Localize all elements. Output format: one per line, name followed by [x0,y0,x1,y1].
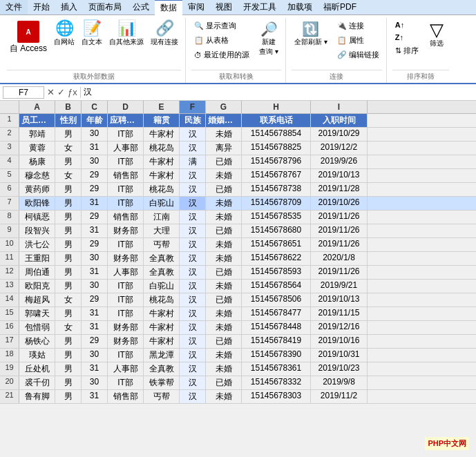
cell[interactable]: 29 [82,238,108,251]
cell[interactable]: 31 [82,224,108,237]
cell[interactable]: 2019/11/26 [311,266,368,279]
cell[interactable]: 已婚 [206,155,242,168]
table-row[interactable]: 16包惜弱女31财务部牛家村汉未婚151456784482019/12/16 [0,321,476,335]
header-gender[interactable]: 性别 [55,114,82,127]
col-header-d[interactable]: D [108,101,144,113]
cell[interactable]: 牛家村 [144,128,180,141]
cell[interactable]: 2019/11/15 [311,307,368,320]
cell[interactable]: 未婚 [206,280,242,293]
btn-text[interactable]: 📝 自文本 [79,19,105,48]
cell[interactable]: 牛家村 [144,169,180,182]
cell[interactable]: 女 [55,293,82,307]
cell[interactable]: 31 [82,321,108,334]
cell[interactable]: 汉 [180,224,206,237]
cell[interactable]: 男 [55,128,82,141]
cell[interactable]: 财务部 [108,252,144,265]
cell[interactable]: 已婚 [206,183,242,196]
btn-connect[interactable]: 🔌 连接 [334,19,382,32]
cell[interactable]: 15145678796 [242,155,311,168]
cell[interactable]: 欧阳锋 [19,197,55,210]
col-header-c[interactable]: C [82,101,108,113]
cell[interactable]: 黄药师 [19,183,55,196]
btn-refresh-all[interactable]: 🔃 全部刷新 ▾ [292,19,330,48]
menu-start[interactable]: 开始 [28,0,55,14]
cell[interactable]: 31 [82,142,108,155]
table-row[interactable]: 6黄药师男29IT部桃花岛汉已婚151456787382019/11/28 [0,183,476,197]
col-header-g[interactable]: G [206,101,242,113]
cell[interactable]: 2019/11/2 [311,390,368,403]
cell[interactable]: 牛家村 [144,335,180,348]
cell[interactable]: 柯镇恶 [19,211,55,224]
cell[interactable]: 未婚 [206,128,242,141]
cell[interactable]: 财务部 [108,335,144,348]
cell[interactable]: 15145678390 [242,349,311,362]
cell[interactable]: 31 [82,307,108,320]
btn-sort[interactable]: ⇅ 排序 [392,44,421,57]
cell[interactable]: 男 [55,183,82,196]
cell[interactable]: 男 [55,155,82,168]
cell[interactable]: 裘千仞 [19,376,55,389]
cell[interactable]: IT部 [108,280,144,293]
cell[interactable]: IT部 [108,155,144,168]
cell[interactable]: 郭靖 [19,128,55,141]
table-row[interactable]: 4杨康男30IT部牛家村满已婚151456787962019/9/26 [0,155,476,169]
cell[interactable]: 女 [55,321,82,334]
menu-insert[interactable]: 插入 [55,0,83,14]
table-row[interactable]: 3黄蓉女31人事部桃花岛汉离异151456788252019/12/2 [0,142,476,155]
cell[interactable]: 男 [55,307,82,320]
function-icon[interactable]: ƒx [68,87,77,97]
cell[interactable]: 2019/10/13 [311,293,368,307]
cell[interactable]: 男 [55,390,82,403]
cell[interactable]: 王重阳 [19,252,55,265]
cell[interactable]: 未婚 [206,390,242,403]
cell[interactable]: 29 [82,293,108,307]
cell[interactable]: 全真教 [144,362,180,376]
btn-edit-links[interactable]: 🔗 编辑链接 [334,48,382,61]
cell[interactable]: 桃花岛 [144,183,180,196]
cell[interactable]: 汉 [180,280,206,293]
cell[interactable]: 未婚 [206,321,242,334]
table-row[interactable]: 7欧阳锋男31IT部白驼山汉未婚151456787092019/10/26 [0,197,476,211]
cell[interactable]: 人事部 [108,362,144,376]
table-row[interactable]: 12周伯通男31人事部全真教汉已婚151456785932019/11/26 [0,266,476,280]
cell[interactable]: 离异 [206,142,242,155]
btn-props[interactable]: 📋 属性 [334,34,382,47]
cancel-icon[interactable]: ✕ [47,87,55,97]
cell[interactable]: 汉 [180,238,206,251]
menu-review[interactable]: 审阅 [182,0,210,14]
cell[interactable]: 未婚 [206,211,242,224]
btn-other[interactable]: 📊 自其他来源 [106,19,146,48]
cell[interactable]: 包惜弱 [19,321,55,334]
cell[interactable]: 31 [82,362,108,376]
cell[interactable]: IT部 [108,307,144,320]
cell[interactable]: 周伯通 [19,266,55,279]
cell[interactable]: 江南 [144,211,180,224]
cell[interactable]: 30 [82,280,108,293]
cell[interactable]: 30 [82,155,108,168]
cell[interactable]: 男 [55,362,82,376]
cell[interactable]: 2019/10/26 [311,197,368,210]
col-header-a[interactable]: A [19,101,55,113]
cell[interactable]: 2019/9/21 [311,280,368,293]
table-row[interactable]: 11王重阳男30财务部全真教汉未婚151456786222020/1/8 [0,252,476,266]
cell[interactable]: 2019/10/16 [311,335,368,348]
cell[interactable]: 汉 [180,252,206,265]
cell[interactable]: 31 [82,197,108,210]
cell[interactable]: 女 [55,169,82,182]
cell[interactable]: 15145678738 [242,183,311,196]
cell[interactable]: 白驼山 [144,280,180,293]
cell[interactable]: 30 [82,252,108,265]
cell[interactable]: 29 [82,211,108,224]
cell[interactable]: 郭啸天 [19,307,55,320]
row-1[interactable]: 1 员工姓名 性别 年龄 应聘部门 籍贯 民族 婚姻状况 联系电话 入职时间 [0,114,476,128]
cell[interactable]: 穆念慈 [19,169,55,182]
menu-developer[interactable]: 开发工具 [238,0,282,14]
col-header-i[interactable]: I [311,101,368,113]
cell[interactable]: 杨铁心 [19,335,55,348]
cell[interactable]: 2019/10/13 [311,169,368,182]
menu-layout[interactable]: 页面布局 [83,0,127,14]
cell[interactable]: 未婚 [206,362,242,376]
col-header-e[interactable]: E [144,101,180,113]
table-row[interactable]: 2郭靖男30IT部牛家村汉未婚151456788542019/10/29 [0,128,476,142]
cell[interactable]: 15145678709 [242,197,311,210]
